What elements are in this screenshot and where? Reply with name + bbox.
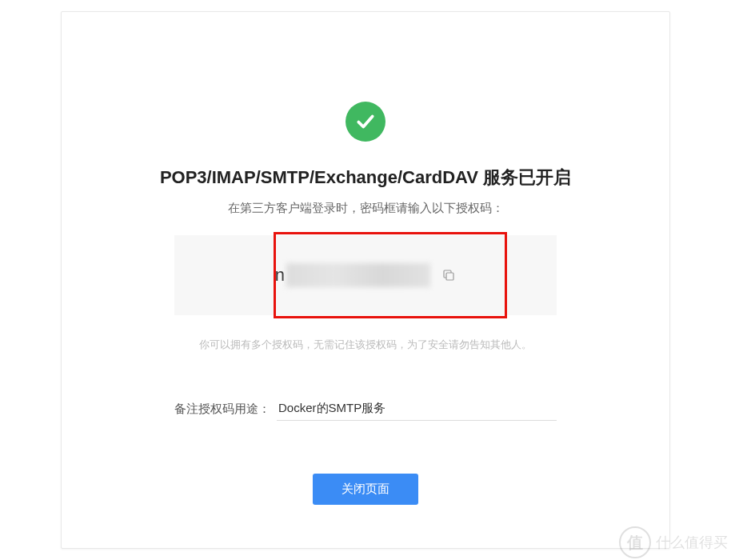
auth-code-text: n xyxy=(275,263,431,287)
page-title: POP3/IMAP/SMTP/Exchange/CardDAV 服务已开启 xyxy=(62,166,669,190)
close-button[interactable]: 关闭页面 xyxy=(313,474,418,505)
remark-label: 备注授权码用途： xyxy=(174,402,270,417)
watermark-text: 什么值得买 xyxy=(656,533,728,552)
service-enabled-card: POP3/IMAP/SMTP/Exchange/CardDAV 服务已开启 在第… xyxy=(61,11,670,549)
auth-code-wrapper: n xyxy=(174,235,557,315)
page-subtitle: 在第三方客户端登录时，密码框请输入以下授权码： xyxy=(62,201,669,216)
watermark: 值 什么值得买 xyxy=(616,522,731,560)
svg-rect-0 xyxy=(446,273,453,280)
auth-code-box: n xyxy=(174,235,557,315)
security-hint: 你可以拥有多个授权码，无需记住该授权码，为了安全请勿告知其他人。 xyxy=(62,338,669,352)
watermark-logo-icon: 值 xyxy=(619,526,651,558)
auth-code-redacted xyxy=(286,263,430,287)
remark-section: 备注授权码用途： xyxy=(174,397,557,421)
success-check-icon xyxy=(346,102,385,142)
remark-input[interactable] xyxy=(277,397,557,421)
auth-code-prefix: n xyxy=(275,265,286,286)
copy-icon[interactable] xyxy=(441,268,456,282)
